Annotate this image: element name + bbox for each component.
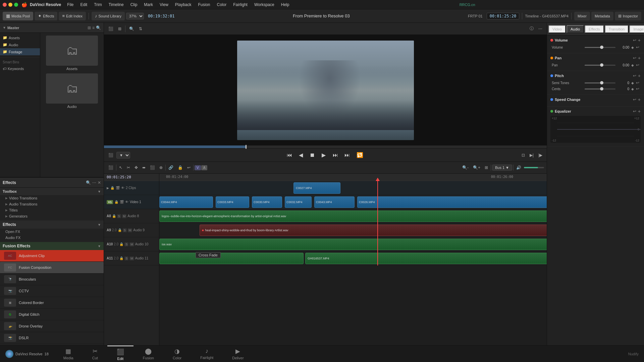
volume-slider[interactable] — [585, 47, 615, 48]
tab-image[interactable]: Image — [629, 25, 644, 33]
lock-btn-above[interactable]: 🔒 — [110, 186, 114, 190]
clip-mode-transport-btn[interactable]: ⬛ — [107, 152, 115, 158]
clip-mode-btn[interactable]: ⬛ — [107, 26, 115, 32]
effect-binoculars[interactable]: 🔭 Binoculars — [0, 274, 104, 285]
nav-item-fairlight[interactable]: ♪ Fairlight — [191, 346, 223, 362]
menu-fairlight[interactable]: Fairlight — [230, 2, 250, 8]
lock-btn-a10[interactable]: 🔒 — [119, 242, 123, 246]
track-area[interactable]: 00:01:24:00 00:01:26:00 C0027.MP4 — [159, 174, 547, 345]
sort-btn[interactable]: ⇅ — [137, 26, 144, 32]
clip-info-btn[interactable]: ⓘ — [528, 25, 535, 32]
menu-view[interactable]: View — [157, 2, 171, 8]
menu-workspace[interactable]: Workspace — [252, 2, 277, 8]
semi-reset-btn[interactable]: ↩ — [636, 80, 639, 85]
nav-item-media[interactable]: ▦ Media — [54, 346, 83, 362]
lock-btn-a9[interactable]: 🔒 — [118, 228, 122, 232]
mixer-button[interactable]: Mixer — [574, 12, 590, 20]
tree-item-assets[interactable]: 📁 Assets — [0, 34, 40, 41]
tl-zoom-fit[interactable]: ⊞ — [483, 165, 490, 171]
clip-c0033[interactable]: C0033.MP4 — [216, 196, 249, 208]
cam-btn-above[interactable]: 🎬 — [116, 186, 120, 190]
effects-button[interactable]: ✦ Effects — [35, 12, 57, 20]
lock-btn-a11[interactable]: 🔒 — [119, 256, 123, 260]
effect-dslr[interactable]: 📸 DSLR — [0, 332, 104, 344]
mute-btn-a11[interactable]: M — [129, 256, 134, 260]
clip-c0032[interactable]: C0032.MP4 — [285, 196, 312, 208]
menu-fusion[interactable]: Fusion — [196, 2, 213, 8]
clip-c0030[interactable]: C0030.MP4 — [252, 196, 282, 208]
cam-btn-v1[interactable]: 🎬 — [120, 200, 124, 204]
tab-audio[interactable]: Audio — [567, 25, 584, 33]
pan-slider[interactable] — [585, 65, 615, 66]
clip-c0043[interactable]: C0043.MP4 — [314, 196, 355, 208]
clip-c0044[interactable]: C0044.MP4 — [159, 196, 213, 208]
expand-icon[interactable]: ▼ — [3, 26, 6, 29]
search-btn[interactable]: 🔍 — [127, 26, 136, 32]
tl-retime-btn[interactable]: ⬛ — [148, 165, 157, 171]
volume-reset-btn[interactable]: ↩ — [633, 38, 636, 43]
preview-next-btn[interactable]: ▶| — [528, 152, 535, 158]
dot-red[interactable] — [3, 3, 7, 7]
loop-btn[interactable]: 🔁 — [355, 151, 365, 159]
effect-colored-border[interactable]: ▣ Colored Border — [0, 297, 104, 309]
next-frame-btn[interactable]: ⏮ — [330, 152, 340, 159]
tl-pos-btn[interactable]: ⊕ — [158, 165, 164, 171]
tab-effects[interactable]: Effects — [585, 25, 604, 33]
tl-bus-select[interactable]: Bus 1 ▼ — [492, 165, 512, 171]
cam-btn-a10[interactable]: S — [124, 242, 128, 246]
tl-audio-icon[interactable]: 🔊 — [515, 165, 523, 171]
mute-btn-a8[interactable]: M — [122, 214, 127, 218]
menu-help[interactable]: Help — [278, 2, 292, 8]
tl-zoom-minus[interactable]: 🔍- — [461, 165, 470, 171]
eye-btn-v1[interactable]: 👁 — [125, 200, 128, 204]
view-toggle-btn[interactable]: ⊞ — [116, 26, 123, 32]
volume-reset2-btn[interactable]: ↩ — [636, 45, 639, 50]
menu-playback[interactable]: Playback — [172, 2, 194, 8]
open-fx-item[interactable]: Open FX — [0, 229, 104, 235]
preview-fullscreen-btn[interactable]: ⊡ — [520, 152, 527, 158]
clip-c0027[interactable]: C0027.MP4 — [293, 182, 340, 194]
effect-adjustment-clip[interactable]: AC Adjustment Clip — [0, 250, 104, 262]
pan-reset2-btn[interactable]: ↩ — [636, 63, 639, 67]
audio-transitions-item[interactable]: ▶ Audio Transitions — [0, 201, 104, 207]
semi-tones-slider[interactable] — [585, 82, 615, 83]
clip-a11-2[interactable]: GH016537.MP4 — [305, 253, 547, 264]
keywords-item[interactable]: 🏷 Keywords — [0, 65, 40, 72]
effect-digital-glitch[interactable]: G Digital Glitch — [0, 309, 104, 320]
zoom-select[interactable]: 37% — [126, 13, 144, 19]
tl-trim-btn[interactable]: ⬌ — [141, 165, 147, 171]
fusion-effects-header[interactable]: Fusion Effects ▼ — [0, 242, 104, 250]
tl-vol-slider[interactable] — [524, 167, 544, 168]
mute-btn-a9[interactable]: M — [128, 228, 132, 232]
play-btn[interactable]: ▶ — [320, 151, 328, 159]
eq-reset-btn[interactable]: ↩ — [633, 109, 636, 114]
tl-audio-toggle[interactable]: A — [201, 165, 208, 170]
tl-undo-btn[interactable]: ↩ — [185, 165, 192, 171]
cam-btn-a11[interactable]: S — [124, 256, 128, 260]
folder-audio[interactable]: 🗂 Audio — [43, 73, 101, 109]
mute-btn-a10[interactable]: M — [129, 242, 134, 246]
cents-slider[interactable] — [585, 88, 615, 89]
pan-keyframe-btn[interactable]: ◆ — [631, 63, 634, 67]
nav-item-edit[interactable]: ⬛ Edit — [107, 346, 133, 362]
dot-green[interactable] — [14, 3, 18, 7]
tl-video-toggle[interactable]: V — [195, 165, 201, 170]
lock-btn-v1[interactable]: 🔒 — [114, 200, 118, 204]
media-pool-grid-view[interactable]: ⊞ — [88, 25, 91, 30]
nav-item-cut[interactable]: ✂ Cut — [83, 346, 107, 362]
scrubber-handle[interactable] — [246, 145, 247, 149]
pitch-add-btn[interactable]: + — [638, 73, 641, 78]
titles-item[interactable]: ▶ Titles — [0, 207, 104, 213]
cam-btn-a8[interactable]: S — [117, 214, 121, 218]
generators-item[interactable]: ▶ Generators — [0, 213, 104, 219]
pitch-reset-btn[interactable]: ↩ — [633, 73, 636, 78]
menu-color[interactable]: Color — [214, 2, 229, 8]
metadata-button[interactable]: Metadata — [591, 12, 613, 20]
scrubber-bar[interactable] — [104, 145, 547, 148]
stop-btn[interactable]: ⏹ — [308, 152, 317, 159]
clip-view-select[interactable]: ▼ — [116, 152, 130, 159]
lock-btn-a8[interactable]: 🔒 — [112, 214, 116, 218]
effects-close-btn[interactable]: ✕ — [98, 180, 101, 185]
nav-item-color[interactable]: ◑ Color — [163, 346, 191, 362]
media-pool-button[interactable]: ▦ Media Pool — [3, 12, 33, 20]
